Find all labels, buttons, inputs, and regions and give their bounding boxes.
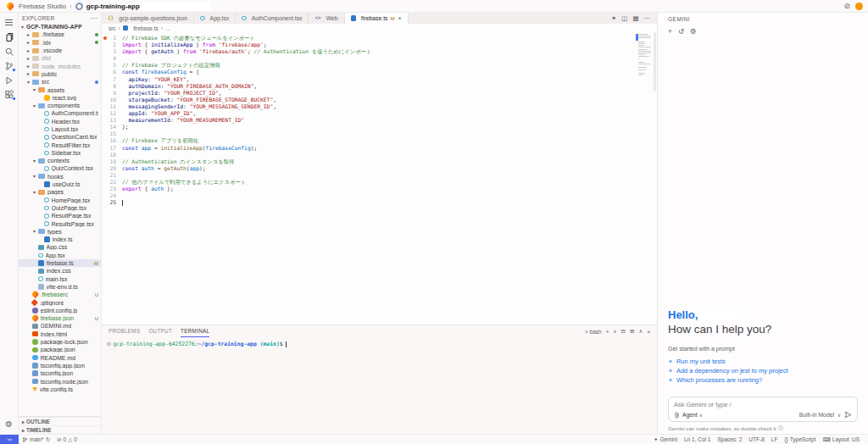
- tree-item[interactable]: firebase.jsonU: [19, 314, 101, 322]
- git-branch-status[interactable]: main* ↻: [19, 436, 53, 443]
- breadcrumb[interactable]: src›firebase.ts›…: [102, 24, 657, 32]
- tree-item[interactable]: QuizPage.tsx: [19, 204, 101, 212]
- tree-item[interactable]: App.css: [19, 243, 101, 251]
- tree-item[interactable]: AuthComponent.tsx: [19, 109, 101, 117]
- sidebar-section-outline[interactable]: ▸OUTLINE: [19, 417, 101, 425]
- explorer-view-button[interactable]: [2, 30, 17, 44]
- gemini-input-placeholder[interactable]: Ask Gemini or type /: [674, 401, 852, 408]
- agent-mode-selector[interactable]: Agent ∨: [682, 412, 703, 418]
- gemini-input-box[interactable]: Ask Gemini or type / Agent ∨ Built-in Mo…: [668, 397, 858, 422]
- suggestion-item[interactable]: ✦Add a dependency on jest to my project: [668, 366, 858, 375]
- suggestion-item[interactable]: ✦Which processes are running?: [668, 375, 858, 385]
- tree-item[interactable]: Header.tsx: [19, 118, 101, 125]
- shell-selector[interactable]: > bash: [585, 329, 602, 335]
- tree-item[interactable]: Sidebar.tsx: [19, 149, 101, 157]
- split-editor-icon[interactable]: ◫: [621, 14, 627, 22]
- info-icon[interactable]: ⓘ: [778, 425, 783, 432]
- suggestion-item[interactable]: ✦Run my unit tests: [668, 357, 858, 366]
- tree-item[interactable]: ▸public: [19, 70, 101, 78]
- status-item[interactable]: ✦Gemini: [650, 436, 681, 443]
- breadcrumb-item[interactable]: …: [165, 25, 170, 31]
- tree-item[interactable]: firebase.tsM: [19, 259, 101, 267]
- tree-item[interactable]: ▸node_modules: [19, 62, 101, 69]
- send-icon[interactable]: [844, 411, 852, 419]
- panel-tab-problems[interactable]: PROBLEMS: [108, 325, 140, 337]
- tree-item[interactable]: ▸.firebase: [19, 31, 101, 38]
- editor-tab[interactable]: firebase.tsM×: [345, 13, 409, 24]
- settings-button[interactable]: ⚙: [2, 417, 17, 431]
- status-item[interactable]: {}TypeScript: [781, 436, 819, 442]
- explorer-more-actions-icon[interactable]: ⋯: [91, 14, 97, 22]
- gemini-sparkle-icon[interactable]: ✦: [611, 14, 616, 22]
- tree-item[interactable]: ResultsPage.tsx: [19, 219, 101, 227]
- status-item[interactable]: Spaces: 2: [714, 436, 745, 442]
- tree-item[interactable]: GEMINI.md: [19, 322, 101, 330]
- tree-item[interactable]: ▾hooks: [19, 173, 101, 180]
- tree-item[interactable]: eslint.config.js: [19, 307, 101, 314]
- tree-item[interactable]: ResultPage.tsx: [19, 212, 101, 219]
- close-icon[interactable]: ×: [398, 15, 401, 21]
- tree-item[interactable]: ▸.idx: [19, 39, 101, 47]
- tree-item[interactable]: ▾components: [19, 102, 101, 109]
- menu-button[interactable]: [2, 15, 17, 30]
- tree-item[interactable]: ResultFilter.tsx: [19, 141, 101, 148]
- tree-item[interactable]: QuestionCard.tsx: [19, 133, 101, 141]
- tree-item[interactable]: tsconfig.node.json: [19, 377, 101, 385]
- tree-item[interactable]: ▾contexts: [19, 157, 101, 164]
- terminal-content[interactable]: gcp-training-app-64252276:~/gcp-training…: [102, 337, 657, 351]
- tree-item[interactable]: QuizContext.tsx: [19, 164, 101, 172]
- history-icon[interactable]: ↺: [678, 27, 684, 36]
- split-terminal-icon[interactable]: ⊞: [630, 328, 634, 335]
- source-control-view-button[interactable]: [2, 58, 17, 73]
- tree-item[interactable]: .firebasercU: [19, 291, 101, 298]
- problems-status[interactable]: ⊘ 0 △ 0: [53, 436, 81, 443]
- editor-tab[interactable]: {}gcp-sample-questions.json: [102, 13, 194, 24]
- status-item[interactable]: Ln 1, Col 1: [681, 436, 714, 442]
- tree-item[interactable]: main.tsx: [19, 275, 101, 283]
- editor-tab[interactable]: <>Web: [309, 13, 344, 24]
- model-selector[interactable]: Built-in Model: [799, 412, 834, 418]
- tree-item[interactable]: App.tsx: [19, 252, 101, 259]
- tree-item[interactable]: Layout.tsx: [19, 125, 101, 133]
- project-name[interactable]: gcp-training-app: [86, 3, 140, 10]
- tree-item[interactable]: vite.config.ts: [19, 386, 101, 393]
- tree-item[interactable]: package.json: [19, 346, 101, 353]
- editor-tab[interactable]: App.tsx: [194, 13, 236, 24]
- tree-item[interactable]: index.ts: [19, 236, 101, 243]
- kill-terminal-icon[interactable]: ⊟: [621, 328, 626, 335]
- extensions-view-button[interactable]: [2, 87, 17, 102]
- code-editor[interactable]: 1// Firebase SDK の必要なモジュールをインポート2import …: [102, 32, 657, 434]
- tree-root-item[interactable]: ▾GCP-TRAINING-APP: [19, 23, 101, 31]
- run-debug-view-button[interactable]: [2, 73, 17, 87]
- panel-tab-output[interactable]: OUTPUT: [148, 325, 172, 337]
- tree-item[interactable]: ▾types: [19, 228, 101, 236]
- breadcrumb-item[interactable]: src: [108, 25, 116, 31]
- new-chat-icon[interactable]: +: [668, 27, 672, 36]
- tree-item[interactable]: README.md: [19, 353, 101, 361]
- tree-item[interactable]: tsconfig.app.json: [19, 362, 101, 369]
- tree-item[interactable]: ▸dist: [19, 54, 101, 62]
- tree-item[interactable]: ▸.vscode: [19, 47, 101, 54]
- remote-indicator[interactable]: ><: [0, 435, 19, 444]
- tree-item[interactable]: vite-env.d.ts: [19, 283, 101, 291]
- tree-item[interactable]: ▾assets: [19, 86, 101, 93]
- tree-item[interactable]: index.css: [19, 267, 101, 275]
- layout-icon[interactable]: ▦: [632, 14, 638, 22]
- tree-item[interactable]: index.html: [19, 330, 101, 338]
- panel-tab-terminal[interactable]: TERMINAL: [181, 325, 209, 337]
- do-not-disturb-icon[interactable]: ⊘: [843, 2, 850, 10]
- tree-item[interactable]: tsconfig.json: [19, 369, 101, 377]
- tree-item[interactable]: ▾pages: [19, 188, 101, 196]
- gemini-settings-icon[interactable]: ⚙: [690, 27, 697, 36]
- user-avatar[interactable]: [855, 3, 863, 10]
- search-view-button[interactable]: [2, 44, 17, 58]
- breadcrumb-item[interactable]: firebase.ts: [133, 25, 158, 31]
- tree-item[interactable]: .gitignore: [19, 298, 101, 306]
- tree-item[interactable]: package-lock.json: [19, 338, 101, 346]
- tree-item[interactable]: useQuiz.ts: [19, 180, 101, 188]
- status-item[interactable]: ⌨Layout: US: [819, 436, 863, 443]
- editor-tab[interactable]: AuthComponent.tsx: [236, 13, 309, 24]
- maximize-panel-icon[interactable]: ∧: [638, 328, 643, 335]
- terminal-dropdown-icon[interactable]: ∨: [614, 329, 617, 334]
- status-item[interactable]: LF: [768, 436, 782, 442]
